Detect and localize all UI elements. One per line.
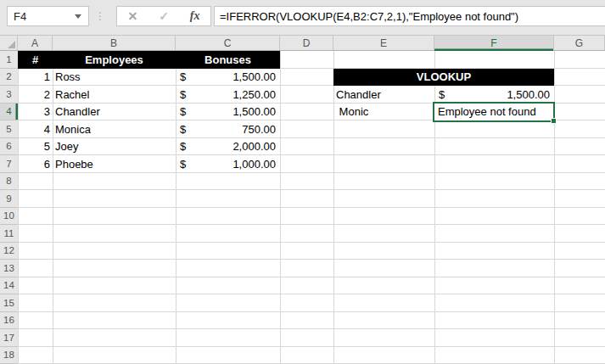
cell-a7[interactable]: 6 [18, 155, 53, 173]
cell-c3[interactable]: $ 1,250.00 [176, 86, 280, 104]
header-bonuses-cell[interactable]: Bonuses [176, 53, 280, 66]
amount: 1,000.00 [232, 158, 276, 171]
row-header-18[interactable]: 18 [0, 347, 18, 364]
formula-input[interactable]: =IFERROR(VLOOKUP(E4,B2:C7,2,1),"Employee… [214, 6, 605, 26]
amount: 1,500.00 [232, 70, 276, 83]
row-header-8[interactable]: 8 [0, 173, 18, 191]
column-header-d[interactable]: D [280, 36, 333, 50]
vlookup-panel-header[interactable]: VLOOKUP [333, 69, 554, 87]
row-header-12[interactable]: 12 [0, 243, 18, 260]
amount: 1,500.00 [232, 105, 276, 118]
row-header-9[interactable]: 9 [0, 190, 18, 208]
cell-b3[interactable]: Rachel [53, 86, 176, 104]
currency-symbol: $ [180, 158, 186, 171]
row-header-15[interactable]: 15 [0, 294, 18, 312]
header-employees-cell[interactable]: Employees [53, 53, 176, 66]
formula-text: =IFERROR(VLOOKUP(E4,B2:C7,2,1),"Employee… [220, 10, 518, 23]
amount: 1,500.00 [507, 88, 550, 101]
cell-b7[interactable]: Phoebe [53, 155, 176, 173]
cell-b5[interactable]: Monica [53, 120, 176, 138]
formula-buttons: ✕ ✓ fx [116, 6, 211, 26]
column-header-e[interactable]: E [333, 36, 434, 50]
cell-a6[interactable]: 5 [18, 138, 53, 156]
cell-a4[interactable]: 3 [18, 104, 53, 121]
cell-b4[interactable]: Chandler [53, 104, 176, 121]
row-header-7[interactable]: 7 [0, 155, 18, 173]
column-header-a[interactable]: A [18, 36, 53, 50]
amount: 2,000.00 [232, 140, 276, 153]
column-header-b[interactable]: B [53, 36, 176, 50]
row-header-5[interactable]: 5 [0, 120, 18, 138]
cell-c2[interactable]: $ 1,500.00 [176, 69, 280, 87]
cancel-icon[interactable]: ✕ [127, 9, 137, 23]
name-box[interactable]: F4 [7, 6, 89, 26]
column-headers: A B C D E F G [18, 35, 605, 51]
gridline [554, 51, 555, 364]
row-header-11[interactable]: 11 [0, 225, 18, 243]
vlookup-title: VLOOKUP [333, 70, 554, 83]
column-header-g[interactable]: G [554, 36, 605, 50]
cell-c4[interactable]: $ 1,500.00 [176, 104, 280, 121]
row-headers: 1 2 3 4 5 6 7 8 9 10 11 12 13 14 15 16 1… [0, 51, 18, 364]
select-all-triangle-icon [8, 41, 15, 48]
formula-bar-region: F4 ⋮ ✕ ✓ fx =IFERROR(VLOOKUP(E4,B2:C7,2,… [0, 0, 605, 35]
excel-window: F4 ⋮ ✕ ✓ fx =IFERROR(VLOOKUP(E4,B2:C7,2,… [0, 0, 605, 364]
active-cell-f4[interactable]: Employee not found [433, 102, 555, 122]
name-box-dropdown-icon[interactable] [75, 14, 81, 19]
currency-symbol: $ [180, 88, 186, 101]
row-header-4-selected[interactable]: 4 [0, 104, 18, 121]
row-header-14[interactable]: 14 [0, 277, 18, 295]
separator-dots-icon: ⋮ [95, 6, 105, 26]
select-all-corner[interactable] [0, 35, 18, 51]
currency-symbol: $ [180, 140, 186, 153]
row-header-2[interactable]: 2 [0, 69, 18, 87]
currency-symbol: $ [180, 70, 186, 83]
currency-symbol: $ [180, 123, 186, 136]
cell-a2[interactable]: 1 [18, 69, 53, 87]
cell-f3[interactable]: $ 1,500.00 [434, 86, 554, 104]
insert-function-icon[interactable]: fx [190, 9, 200, 23]
cell-e4[interactable]: Monic [333, 104, 434, 121]
row-header-16[interactable]: 16 [0, 312, 18, 330]
row-header-17[interactable]: 17 [0, 329, 18, 347]
cell-e3[interactable]: Chandler [333, 86, 434, 104]
cell-c7[interactable]: $ 1,000.00 [176, 155, 280, 173]
row-header-3[interactable]: 3 [0, 86, 18, 104]
column-header-c[interactable]: C [176, 36, 280, 50]
amount: 750.00 [242, 123, 276, 136]
cell-b6[interactable]: Joey [53, 138, 176, 156]
row-header-6[interactable]: 6 [0, 138, 18, 156]
cell-b2[interactable]: Ross [53, 69, 176, 87]
row-header-13[interactable]: 13 [0, 260, 18, 277]
cell-c6[interactable]: $ 2,000.00 [176, 138, 280, 156]
employee-table-header[interactable]: # Employees Bonuses [18, 51, 280, 69]
fill-handle[interactable] [551, 118, 557, 124]
active-cell-value: Employee not found [438, 105, 536, 118]
column-header-f-selected[interactable]: F [434, 36, 554, 51]
amount: 1,250.00 [232, 88, 276, 101]
currency-symbol: $ [439, 88, 445, 101]
cell-c5[interactable]: $ 750.00 [176, 120, 280, 138]
row-header-10[interactable]: 10 [0, 208, 18, 226]
cell-a3[interactable]: 2 [18, 86, 53, 104]
gridline [280, 51, 281, 364]
name-box-value: F4 [8, 10, 75, 23]
header-num-cell[interactable]: # [18, 53, 53, 66]
enter-icon[interactable]: ✓ [159, 9, 169, 23]
cell-a5[interactable]: 4 [18, 120, 53, 138]
row-header-1[interactable]: 1 [0, 51, 18, 69]
currency-symbol: $ [180, 105, 186, 118]
